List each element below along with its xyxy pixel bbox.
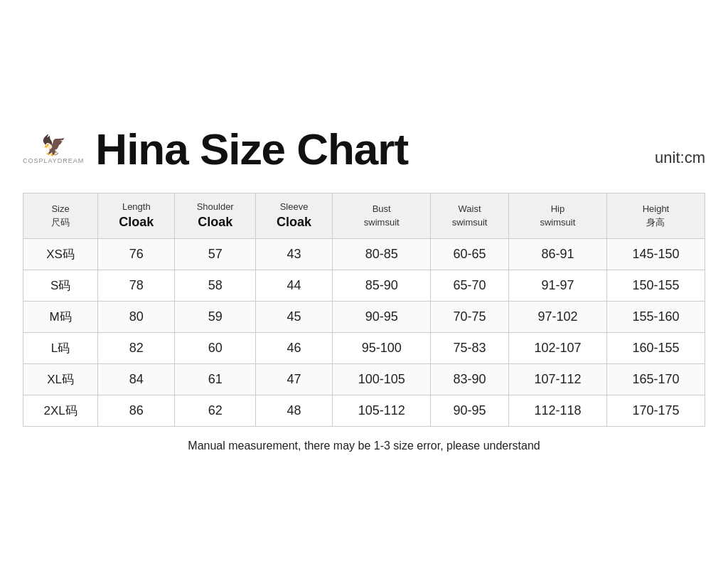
data-cell: 82 xyxy=(98,333,175,364)
data-cell: 48 xyxy=(255,395,332,427)
data-cell: 46 xyxy=(255,333,332,364)
col-size: Size 尺码 xyxy=(23,193,98,238)
data-cell: 84 xyxy=(98,364,175,395)
data-cell: 97-102 xyxy=(508,302,606,333)
logo-brand: COSPLAYDREAM xyxy=(23,157,84,164)
data-cell: 65-70 xyxy=(431,270,509,302)
data-cell: 102-107 xyxy=(508,333,606,364)
data-cell: 75-83 xyxy=(431,333,509,364)
logo-area: 🦅 COSPLAYDREAM xyxy=(23,134,84,164)
data-cell: 45 xyxy=(255,302,332,333)
data-cell: 43 xyxy=(255,239,332,270)
col-bust: Bust swimsuit xyxy=(333,193,431,238)
col-hip: Hip swimsuit xyxy=(508,193,606,238)
data-cell: 90-95 xyxy=(431,395,509,427)
data-cell: 70-75 xyxy=(431,302,509,333)
data-cell: 44 xyxy=(255,270,332,302)
data-cell: 95-100 xyxy=(333,333,431,364)
data-cell: 150-155 xyxy=(606,270,705,302)
col-height: Height 身高 xyxy=(606,193,705,238)
data-cell: 61 xyxy=(175,364,256,395)
size-cell: 2XL码 xyxy=(23,395,98,427)
data-cell: 60-65 xyxy=(431,239,509,270)
table-row: 2XL码866248105-11290-95112-118170-175 xyxy=(23,395,705,427)
data-cell: 165-170 xyxy=(606,364,705,395)
data-cell: 86 xyxy=(98,395,175,427)
size-chart-container: 🦅 COSPLAYDREAM Hina Size Chart unit:cm S… xyxy=(23,117,705,452)
data-cell: 76 xyxy=(98,239,175,270)
data-cell: 60 xyxy=(175,333,256,364)
footer-note: Manual measurement, there may be 1-3 siz… xyxy=(23,440,705,452)
unit-label: unit:cm xyxy=(655,149,705,167)
size-cell: XL码 xyxy=(23,364,98,395)
data-cell: 107-112 xyxy=(508,364,606,395)
data-cell: 78 xyxy=(98,270,175,302)
table-row: XL码846147100-10583-90107-112165-170 xyxy=(23,364,705,395)
size-chart-table: Size 尺码 Length Cloak Shoulder Cloak Slee… xyxy=(23,193,705,427)
data-cell: 83-90 xyxy=(431,364,509,395)
data-cell: 58 xyxy=(175,270,256,302)
header: 🦅 COSPLAYDREAM Hina Size Chart unit:cm xyxy=(23,117,705,181)
size-cell: M码 xyxy=(23,302,98,333)
col-shoulder-cloak: Shoulder Cloak xyxy=(175,193,256,238)
data-cell: 57 xyxy=(175,239,256,270)
data-cell: 90-95 xyxy=(333,302,431,333)
data-cell: 105-112 xyxy=(333,395,431,427)
data-cell: 170-175 xyxy=(606,395,705,427)
data-cell: 80-85 xyxy=(333,239,431,270)
data-cell: 47 xyxy=(255,364,332,395)
col-waist: Waist swimsuit xyxy=(431,193,509,238)
data-cell: 145-150 xyxy=(606,239,705,270)
table-row: XS码76574380-8560-6586-91145-150 xyxy=(23,239,705,270)
size-cell: XS码 xyxy=(23,239,98,270)
table-header-row: Size 尺码 Length Cloak Shoulder Cloak Slee… xyxy=(23,193,705,238)
data-cell: 59 xyxy=(175,302,256,333)
data-cell: 62 xyxy=(175,395,256,427)
table-row: S码78584485-9065-7091-97150-155 xyxy=(23,270,705,302)
col-sleeve-cloak: Sleeve Cloak xyxy=(255,193,332,238)
page-title: Hina Size Chart xyxy=(95,124,655,174)
size-cell: S码 xyxy=(23,270,98,302)
data-cell: 86-91 xyxy=(508,239,606,270)
table-row: M码80594590-9570-7597-102155-160 xyxy=(23,302,705,333)
col-length-cloak: Length Cloak xyxy=(98,193,175,238)
table-row: L码82604695-10075-83102-107160-155 xyxy=(23,333,705,364)
logo-wings-icon: 🦅 xyxy=(41,134,66,157)
data-cell: 85-90 xyxy=(333,270,431,302)
data-cell: 155-160 xyxy=(606,302,705,333)
data-cell: 112-118 xyxy=(508,395,606,427)
data-cell: 100-105 xyxy=(333,364,431,395)
size-cell: L码 xyxy=(23,333,98,364)
data-cell: 91-97 xyxy=(508,270,606,302)
data-cell: 160-155 xyxy=(606,333,705,364)
data-cell: 80 xyxy=(98,302,175,333)
